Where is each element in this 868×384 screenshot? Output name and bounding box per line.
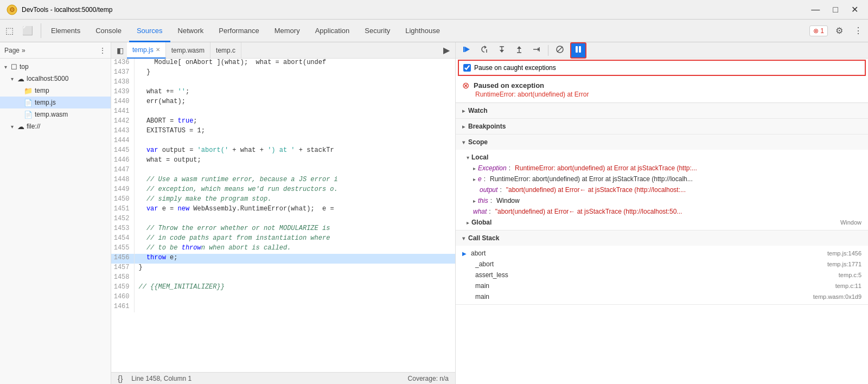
tab-sources[interactable]: Sources [129, 20, 170, 42]
line-code-content[interactable]: what += ''; [134, 88, 455, 98]
tab-performance[interactable]: Performance [211, 20, 266, 42]
line-code-content[interactable]: throw e; [134, 254, 455, 264]
file-tab-temp-c[interactable]: temp.c [210, 42, 241, 59]
line-code-content[interactable] [134, 166, 455, 176]
line-code-content[interactable] [134, 293, 455, 303]
callstack-header[interactable]: ▾ Call Stack [456, 231, 868, 246]
line-code-content[interactable]: // exception, which means we'd run destr… [134, 185, 455, 195]
devtools-icon: ⚙ [7, 4, 17, 15]
line-code-content[interactable]: } [134, 264, 455, 273]
run-script-button[interactable]: ▶ [440, 45, 453, 55]
breakpoints-header[interactable]: ▸ Breakpoints [456, 119, 868, 134]
line-code-content[interactable]: var output = 'abort(' + what + ') at ' +… [134, 146, 455, 156]
tab-console[interactable]: Console [88, 20, 129, 42]
tab-memory[interactable]: Memory [267, 20, 308, 42]
file-tab-temp-js[interactable]: temp.js ✕ [127, 42, 166, 59]
tree-item-temp-folder[interactable]: ▸ 📁 temp [0, 85, 111, 97]
file-icon-temp-wasm: 📄 [24, 111, 33, 119]
line-code-content[interactable]: err(what); [134, 98, 455, 107]
tree-item-file[interactable]: ▾ ☁ file:// [0, 120, 111, 132]
line-code-content[interactable] [134, 107, 455, 117]
line-number: 1457 [111, 264, 134, 273]
callstack-abort[interactable]: ▶ abort temp.js:1456 [456, 248, 868, 259]
step-into-button[interactable] [495, 43, 509, 57]
line-code-content[interactable]: // simply make the program stop. [134, 195, 455, 205]
line-number: 1451 [111, 205, 134, 215]
file-icon-temp-js: 📄 [24, 99, 33, 107]
callstack-_abort[interactable]: _abort temp.js:1771 [456, 259, 868, 270]
line-code-content[interactable] [134, 137, 455, 146]
deactivate-breakpoints-button[interactable] [553, 43, 567, 57]
line-code-content[interactable]: // Use a wasm runtime error, because a J… [134, 176, 455, 185]
pause-on-exceptions-button[interactable] [570, 42, 586, 59]
line-code-content[interactable] [134, 215, 455, 225]
code-line-1448: 1448 // Use a wasm runtime error, becaus… [111, 176, 455, 185]
error-count: 1 [820, 27, 824, 35]
callstack-name-main-2: main [475, 293, 809, 300]
scope-global[interactable]: ▸ Global Window [456, 217, 868, 228]
file-tab-temp-wasm[interactable]: temp.wasm [166, 42, 210, 59]
line-code-content[interactable]: what = output; [134, 156, 455, 166]
line-code-content[interactable]: // Throw the error whether or not MODULA… [134, 225, 455, 234]
line-code-content[interactable]: } [134, 68, 455, 78]
maximize-button[interactable]: □ [829, 3, 841, 16]
step-out-button[interactable] [512, 43, 526, 57]
paused-error-icon: ⊗ [462, 80, 469, 91]
line-code-content[interactable] [134, 78, 455, 88]
close-tab-temp-js[interactable]: ✕ [156, 47, 160, 53]
minimize-button[interactable]: — [808, 3, 823, 16]
cloud-icon-file: ☁ [17, 123, 24, 131]
scope-arrow: ▾ [462, 139, 465, 145]
step-over-button[interactable] [477, 43, 492, 57]
line-code-content[interactable] [134, 273, 455, 283]
line-number: 1450 [111, 195, 134, 205]
scope-exception[interactable]: ▸ Exception : RuntimeError: abort(undefi… [456, 163, 868, 174]
svg-line-16 [557, 47, 563, 52]
inspect-element-button[interactable]: ⬚ [2, 23, 17, 38]
callstack-arrow: ▾ [462, 235, 465, 241]
settings-button[interactable]: ⚙ [832, 23, 846, 38]
tree-item-temp-js[interactable]: 📄 temp.js [0, 97, 111, 108]
error-count-badge[interactable]: ⊗ 1 [809, 25, 828, 36]
scope-e[interactable]: ▸ e : RuntimeError: abort(undefined) at … [456, 174, 868, 184]
tab-lighthouse[interactable]: Lighthouse [398, 20, 448, 42]
callstack-main-2[interactable]: main temp.wasm:0x1d9 [456, 291, 868, 302]
line-code-content[interactable]: // {{MEM_INITIALIZER}} [134, 283, 455, 293]
tree-item-localhost[interactable]: ▾ ☁ localhost:5000 [0, 73, 111, 85]
callstack-label: Call Stack [468, 234, 499, 242]
watch-header[interactable]: ▸ Watch [456, 103, 868, 118]
sources-sidebar: Page » ⋮ ▾ ☐ top ▾ ☁ localhost:5000 ▸ 📁 … [0, 42, 111, 384]
close-button[interactable]: ✕ [848, 3, 861, 16]
line-code-content[interactable] [134, 303, 455, 312]
page-label: Page [4, 47, 20, 54]
sidebar-more-button[interactable]: ⋮ [99, 46, 106, 55]
svg-text:⚙: ⚙ [9, 6, 15, 14]
tree-label-temp: temp [35, 87, 49, 94]
scope-header[interactable]: ▾ Scope [456, 135, 868, 150]
step-button[interactable] [529, 43, 544, 57]
callstack-assert-less[interactable]: assert_less temp.c:5 [456, 270, 868, 280]
more-options-button[interactable]: ⋮ [851, 23, 866, 38]
what-colon: : [489, 208, 490, 215]
tab-security[interactable]: Security [357, 20, 398, 42]
resume-button[interactable] [460, 43, 474, 57]
line-code-content[interactable]: ABORT = true; [134, 117, 455, 127]
callstack-main-1[interactable]: main temp.c:11 [456, 280, 868, 291]
tree-item-top[interactable]: ▾ ☐ top [0, 61, 111, 73]
scope-this[interactable]: ▸ this : Window [456, 195, 868, 206]
file-navigator-toggle[interactable]: ◧ [113, 46, 127, 55]
tree-item-temp-wasm[interactable]: 📄 temp.wasm [0, 108, 111, 120]
tab-elements[interactable]: Elements [43, 20, 88, 42]
pause-on-caught-checkbox[interactable] [463, 64, 471, 72]
line-code-content[interactable]: // in code paths apart from instantiatio… [134, 234, 455, 244]
line-code-content[interactable]: var e = new WebAssembly.RuntimeError(wha… [134, 205, 455, 215]
tab-network[interactable]: Network [170, 20, 212, 42]
code-editor[interactable]: 1436 Module[ onAbort ](what); what = abo… [111, 59, 455, 372]
line-code-content[interactable]: EXITSTATUS = 1; [134, 127, 455, 137]
scope-local-header[interactable]: ▾ Local [456, 152, 868, 163]
line-code-content[interactable]: Module[ onAbort ](what); what = abort(un… [134, 59, 455, 68]
device-toggle-button[interactable]: ⬜ [19, 23, 36, 38]
line-code-content[interactable]: // to be thrown when abort is called. [134, 244, 455, 254]
tab-application[interactable]: Application [308, 20, 358, 42]
scope-content: ▾ Local ▸ Exception : RuntimeError: abor… [456, 150, 868, 230]
